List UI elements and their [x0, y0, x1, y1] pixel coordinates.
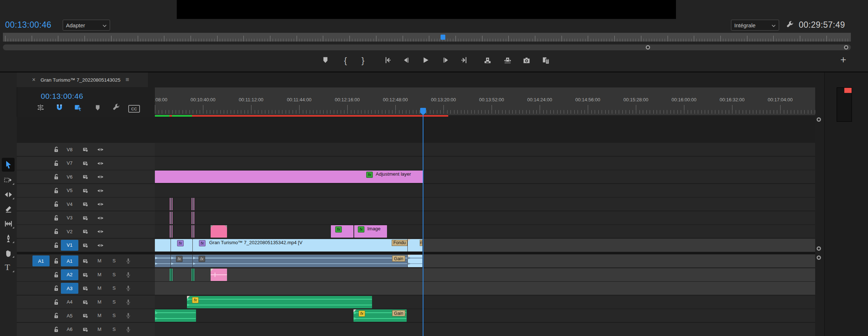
- track-name-A5[interactable]: A5: [61, 310, 78, 321]
- track-name-V6[interactable]: V6: [61, 171, 78, 182]
- lift-button[interactable]: [484, 56, 492, 64]
- track-content-V8[interactable]: [155, 143, 815, 156]
- track-content-V7[interactable]: [155, 157, 815, 170]
- add-button[interactable]: +: [840, 55, 846, 65]
- track-content-V2[interactable]: [155, 225, 815, 238]
- track-output-eye-icon[interactable]: [97, 215, 104, 222]
- solo-button[interactable]: S: [111, 299, 117, 305]
- extract-button[interactable]: [504, 56, 512, 64]
- mute-button[interactable]: M: [97, 272, 102, 277]
- timeline-marker-button[interactable]: [94, 104, 101, 112]
- track-content-V3[interactable]: [155, 211, 815, 225]
- clip-V1[interactable]: [155, 239, 171, 251]
- clip-sliver[interactable]: [170, 198, 172, 210]
- track-name-A2[interactable]: A2: [61, 269, 78, 280]
- track-output-eye-icon[interactable]: [97, 228, 104, 235]
- sync-lock-icon[interactable]: [82, 160, 89, 167]
- sync-lock-icon[interactable]: [82, 174, 89, 180]
- monitor-mini-timeline-ruler[interactable]: [3, 33, 851, 42]
- fade-handle[interactable]: [408, 255, 411, 258]
- lock-icon[interactable]: [53, 258, 59, 264]
- lock-icon[interactable]: [53, 326, 59, 333]
- tool-razor[interactable]: [4, 205, 13, 214]
- clip-A1[interactable]: [408, 255, 422, 267]
- sync-lock-icon[interactable]: [82, 327, 89, 333]
- track-content-A3[interactable]: [155, 282, 815, 295]
- lock-icon[interactable]: [53, 242, 59, 249]
- step-forward-button[interactable]: [442, 56, 450, 64]
- clip-V6[interactable]: fxAdjustment layer: [155, 171, 423, 183]
- timeline-ruler[interactable]: 00:10:08:0000:10:40:0000:11:12:0000:11:4…: [155, 87, 815, 115]
- tool-type[interactable]: T: [5, 262, 10, 272]
- track-output-eye-icon[interactable]: [97, 201, 104, 208]
- fade-handle[interactable]: [408, 239, 411, 242]
- clip-sliver[interactable]: [192, 269, 194, 281]
- mic-record-icon[interactable]: [125, 285, 132, 292]
- mic-record-icon[interactable]: [125, 326, 132, 333]
- monitor-scrollbar-handle-left[interactable]: [646, 45, 650, 50]
- track-name-A4[interactable]: A4: [61, 297, 78, 308]
- sync-lock-icon[interactable]: [82, 242, 89, 249]
- sync-lock-icon[interactable]: [82, 188, 89, 194]
- mute-button[interactable]: M: [97, 299, 102, 305]
- track-name-V1[interactable]: V1: [61, 240, 78, 251]
- sync-lock-icon[interactable]: [82, 258, 89, 264]
- clip-A1[interactable]: fx: [171, 255, 192, 267]
- timeline-tab[interactable]: × Gran Turismo™ 7_20220805143025 ≡: [17, 73, 148, 87]
- clip-A4[interactable]: fx: [187, 296, 372, 308]
- lock-icon[interactable]: [53, 201, 59, 207]
- sync-lock-icon[interactable]: [82, 201, 89, 207]
- clip-A2[interactable]: [211, 269, 227, 281]
- sync-lock-icon[interactable]: [82, 272, 89, 278]
- comparison-view-button[interactable]: [542, 56, 550, 64]
- fit-dropdown[interactable]: Adapter: [63, 20, 110, 31]
- lock-icon[interactable]: [53, 312, 59, 319]
- sync-lock-icon[interactable]: [82, 228, 89, 235]
- fade-handle[interactable]: [187, 296, 190, 299]
- clip-V2[interactable]: fx: [331, 225, 353, 238]
- lock-icon[interactable]: [53, 160, 59, 167]
- lock-icon[interactable]: [53, 187, 59, 194]
- mute-button[interactable]: M: [97, 327, 102, 332]
- clip-sliver[interactable]: [170, 212, 172, 224]
- mic-record-icon[interactable]: [125, 271, 132, 278]
- nest-sequence-button[interactable]: [36, 103, 44, 112]
- track-content-A2[interactable]: [155, 268, 815, 282]
- lock-icon[interactable]: [53, 228, 59, 235]
- track-name-A3[interactable]: A3: [61, 283, 78, 294]
- solo-button[interactable]: S: [111, 327, 117, 332]
- solo-button[interactable]: S: [111, 272, 117, 277]
- fade-handle[interactable]: [353, 309, 356, 312]
- clip-A1[interactable]: [155, 255, 171, 267]
- sync-lock-icon[interactable]: [82, 313, 89, 319]
- solo-button[interactable]: S: [111, 258, 117, 263]
- monitor-playhead-thumb[interactable]: [441, 35, 445, 40]
- mute-button[interactable]: M: [97, 258, 102, 263]
- lock-icon[interactable]: [53, 146, 59, 153]
- clip-sliver[interactable]: [192, 198, 194, 210]
- clip-sliver[interactable]: [192, 212, 194, 224]
- track-content-A6[interactable]: [155, 323, 815, 336]
- track-name-A6[interactable]: A6: [61, 324, 78, 335]
- timeline-settings-button[interactable]: [112, 103, 120, 112]
- lock-icon[interactable]: [53, 271, 59, 278]
- track-name-V5[interactable]: V5: [61, 185, 78, 196]
- linked-selection-button[interactable]: [74, 103, 82, 112]
- go-to-in-button[interactable]: [384, 56, 392, 64]
- tool-track-select-forward[interactable]: [4, 176, 13, 184]
- monitor-scrollbar[interactable]: [3, 44, 851, 50]
- clip-A5[interactable]: [155, 309, 196, 322]
- track-content-A5[interactable]: [155, 309, 815, 323]
- timeline-zoom-handle-bottom[interactable]: [817, 255, 821, 260]
- track-name-V4[interactable]: V4: [61, 199, 78, 210]
- track-content-V4[interactable]: [155, 198, 815, 211]
- panel-menu-icon[interactable]: ≡: [126, 76, 129, 83]
- mute-button[interactable]: M: [97, 313, 102, 318]
- solo-button[interactable]: S: [111, 313, 117, 318]
- lock-icon[interactable]: [53, 285, 59, 292]
- mic-record-icon[interactable]: [125, 258, 132, 264]
- clip-A5[interactable]: fxGain: [353, 309, 407, 322]
- source-patch-A1[interactable]: A1: [32, 255, 50, 266]
- timeline-zoom-handle-mid[interactable]: [817, 246, 821, 251]
- monitor-settings-wrench-icon[interactable]: [786, 20, 794, 29]
